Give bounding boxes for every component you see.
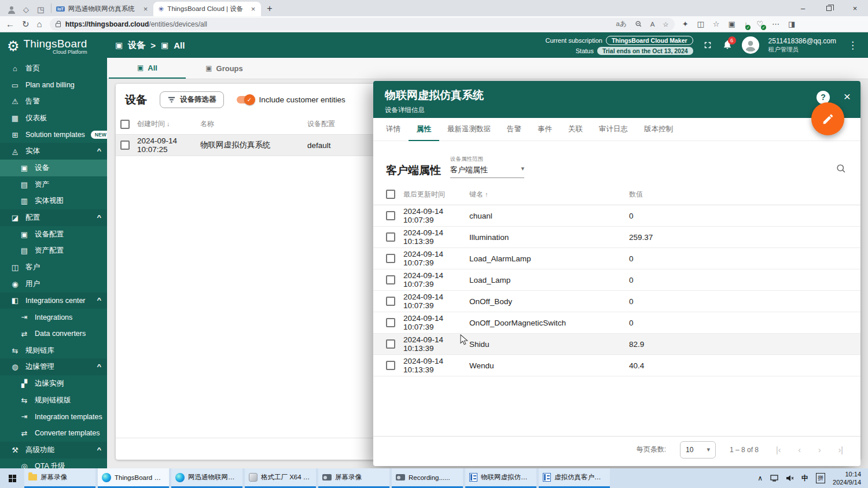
close-window-button[interactable]: × xyxy=(842,0,868,16)
extensions-icon[interactable]: ✦ xyxy=(682,20,689,28)
sidebar-item-data-converters[interactable]: ⇄Data converters xyxy=(0,326,107,342)
taskbar-clock[interactable]: 10:14 2024/9/14 xyxy=(833,470,861,487)
restore-button[interactable] xyxy=(816,0,842,16)
tab-details[interactable]: 详情 xyxy=(378,124,409,141)
row-checkbox[interactable] xyxy=(386,254,395,263)
taskbar-item-sim-client[interactable]: 虚拟仿真客户端 (... xyxy=(539,468,610,488)
split-screen-icon[interactable]: ◫ xyxy=(697,20,704,28)
close-drawer-button[interactable]: × xyxy=(844,90,851,103)
ime-language-icon[interactable]: 中 xyxy=(801,474,808,483)
zoom-out-icon[interactable] xyxy=(635,20,642,28)
tab-all[interactable]: ▣ All xyxy=(109,58,186,79)
workspaces-icon[interactable]: ◇ xyxy=(23,6,29,13)
attribute-row[interactable]: 2024-09-14 10:07:39 chuanl 0 xyxy=(373,205,860,227)
attribute-row[interactable]: 2024-09-14 10:07:39 OnOff_Body 0 xyxy=(373,291,860,312)
sidebar-panel-icon[interactable]: ◨ xyxy=(788,20,795,28)
volume-muted-icon[interactable] xyxy=(786,475,794,482)
read-aloud-icon[interactable]: A xyxy=(650,21,655,28)
select-all-checkbox[interactable] xyxy=(386,190,395,199)
sidebar-item-entities[interactable]: ◬实体^ xyxy=(0,143,107,160)
tab-audit-logs[interactable]: 审计日志 xyxy=(591,124,636,141)
notifications-button[interactable]: 6 xyxy=(722,39,733,51)
row-checkbox[interactable] xyxy=(386,339,395,349)
avatar[interactable] xyxy=(742,36,759,54)
sidebar-item-converter-templates[interactable]: ⇄Converter templates xyxy=(0,425,107,442)
sidebar-item-solution-templates[interactable]: ⊞Solution templatesNEW xyxy=(0,127,107,143)
tab-actions-icon[interactable]: ◳ xyxy=(37,6,44,13)
settings-more-icon[interactable]: ⋯ xyxy=(772,20,779,28)
sidebar-item-integration-templates[interactable]: ⇥Integration templates xyxy=(0,408,107,425)
sidebar-item-devices[interactable]: ▣设备 xyxy=(0,160,107,176)
kebab-menu-icon[interactable]: ⋮ xyxy=(845,39,860,51)
last-page-button[interactable]: ›| xyxy=(838,445,843,454)
bookmark-star-icon[interactable]: ☆ xyxy=(663,20,668,28)
tab-latest-telemetry[interactable]: 最新遥测数据 xyxy=(439,124,499,141)
tab-version-control[interactable]: 版本控制 xyxy=(636,124,681,141)
row-checkbox[interactable] xyxy=(386,318,395,327)
translate-icon[interactable]: aあ xyxy=(616,20,626,28)
address-bar[interactable]: https://thingsboard.cloud/entities/devic… xyxy=(50,18,675,31)
row-checkbox[interactable] xyxy=(386,211,395,220)
close-tab-icon[interactable]: × xyxy=(142,5,149,13)
prev-page-button[interactable]: ‹ xyxy=(798,445,801,454)
downloads-icon[interactable]: ↓ xyxy=(744,20,748,28)
taskbar-item-recording[interactable]: Recording...... xyxy=(392,468,463,488)
sidebar-item-alarms[interactable]: ⚠告警 xyxy=(0,93,107,110)
attribute-row[interactable]: 2024-09-14 10:13:39 Illumination 259.37 xyxy=(373,227,860,248)
back-button[interactable]: ← xyxy=(6,20,14,28)
column-key[interactable]: 键名↑ xyxy=(469,190,629,199)
page-size-select[interactable]: 10 ▾ xyxy=(680,441,716,459)
sidebar-item-integrations[interactable]: ⇥Integrations xyxy=(0,309,107,326)
browser-essentials-icon[interactable]: ♡ xyxy=(756,20,763,28)
taskbar-item-screen-recorder[interactable]: 屏幕录像 xyxy=(318,468,389,488)
close-tab-icon[interactable]: × xyxy=(250,5,257,13)
start-button[interactable] xyxy=(0,468,24,488)
user-info[interactable]: 2511418386@qq.com 租户管理员 xyxy=(768,37,836,53)
tray-chevron-icon[interactable]: ∧ xyxy=(757,474,763,482)
taskbar-item-iot-sim-site[interactable]: 网迅通物联网仿真... xyxy=(171,468,242,488)
taskbar-item-screen-record-folder[interactable]: 屏幕录像 xyxy=(24,468,95,488)
attribute-row[interactable]: 2024-09-14 10:13:39 Wendu 40.4 xyxy=(373,355,860,376)
attribute-row[interactable]: 2024-09-14 10:07:39 OnOff_DoorMagneticSw… xyxy=(373,312,860,334)
breadcrumb-all[interactable]: All xyxy=(174,40,185,50)
taskbar-item-format-factory[interactable]: 格式工厂 X64 5.17 xyxy=(245,468,316,488)
sidebar-item-integrations-center[interactable]: ◧Integrations center^ xyxy=(0,293,107,309)
sidebar-item-rule-chain-templates[interactable]: ⇆规则链模版 xyxy=(0,392,107,409)
breadcrumb-devices[interactable]: 设备 xyxy=(128,40,145,51)
sidebar-item-customers[interactable]: ◫客户 xyxy=(0,259,107,276)
device-filter-button[interactable]: 设备筛选器 xyxy=(160,91,224,108)
search-button[interactable] xyxy=(836,163,847,178)
sidebar-item-device-profiles[interactable]: ▣设备配置 xyxy=(0,226,107,243)
sidebar-item-ota-updates[interactable]: ◎OTA 升级 xyxy=(0,459,107,469)
minimize-button[interactable]: – xyxy=(790,0,816,16)
browser-tab-iot-sim[interactable]: IoT 网迅通物联网仿真系统 × xyxy=(52,2,153,16)
select-all-checkbox[interactable] xyxy=(120,120,130,129)
new-tab-button[interactable]: + xyxy=(261,3,278,16)
tab-groups[interactable]: ▣ Groups xyxy=(186,58,263,79)
tab-attributes[interactable]: 属性 xyxy=(409,124,439,141)
collections-icon[interactable]: ▣ xyxy=(729,20,735,28)
sidebar-item-entity-views[interactable]: ▥实体视图 xyxy=(0,193,107,210)
sidebar-item-rule-chains[interactable]: ⇆规则链库 xyxy=(0,342,107,359)
tab-alarms[interactable]: 告警 xyxy=(499,124,529,141)
attribute-row[interactable]: 2024-09-14 10:07:39 Load_Lamp 0 xyxy=(373,269,860,291)
browser-tab-thingsboard[interactable]: ✳ ThingsBoard Cloud | 设备 × xyxy=(153,2,261,16)
row-checkbox[interactable] xyxy=(120,141,130,150)
sidebar-item-plan-billing[interactable]: ▭Plan and billing xyxy=(0,77,107,94)
taskbar-item-thingsboard[interactable]: ThingsBoard Clo... xyxy=(98,468,169,488)
sidebar-item-dashboards[interactable]: ▦仪表板 xyxy=(0,110,107,127)
tab-events[interactable]: 事件 xyxy=(529,124,560,141)
profile-icon[interactable] xyxy=(8,6,15,13)
home-button[interactable]: ⌂ xyxy=(37,20,42,28)
tab-relations[interactable]: 关联 xyxy=(560,124,591,141)
row-checkbox[interactable] xyxy=(386,297,395,306)
sidebar-item-asset-profiles[interactable]: ▤资产配置 xyxy=(0,243,107,260)
attribute-row[interactable]: 2024-09-14 10:07:39 Load_AlarmLamp 0 xyxy=(373,248,860,269)
edit-fab-button[interactable] xyxy=(811,102,844,135)
attribute-scope-select[interactable]: 设备属性范围 客户端属性 ▾ xyxy=(450,154,524,178)
column-created-time[interactable]: 创建时间↓ xyxy=(137,119,200,129)
thingsboard-logo[interactable]: ⚙ ThingsBoard Cloud Platform xyxy=(0,32,107,60)
network-icon[interactable] xyxy=(770,475,778,482)
sidebar-item-advanced-features[interactable]: ⚒高级功能^ xyxy=(0,442,107,459)
column-last-update[interactable]: 最后更新时间 xyxy=(403,190,469,199)
